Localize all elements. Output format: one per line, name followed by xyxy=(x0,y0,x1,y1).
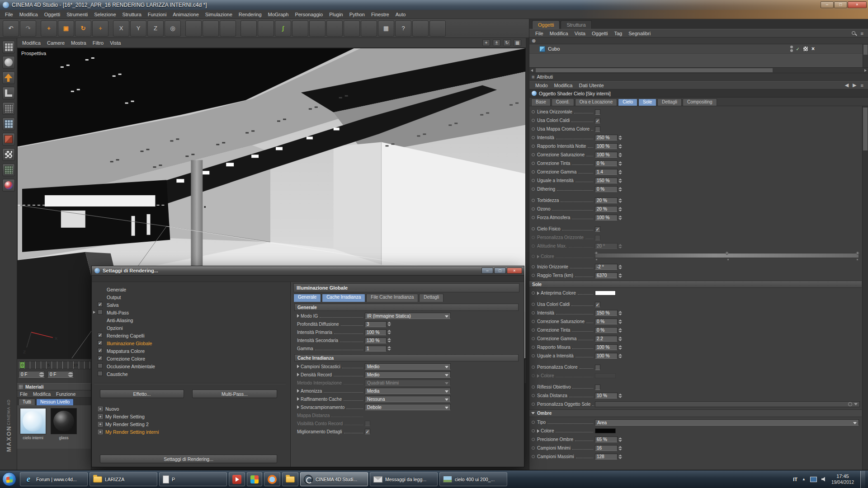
objects-menu-item[interactable]: Modifica xyxy=(547,31,571,36)
settings-tree-item[interactable]: Salva xyxy=(92,301,290,309)
settings-tree-item[interactable]: Rendering Capelli xyxy=(92,332,290,339)
animation-dot[interactable] xyxy=(532,346,535,349)
animation-dot[interactable] xyxy=(532,199,535,202)
add-cube-button[interactable] xyxy=(241,20,257,37)
property-spinner[interactable]: 150 % xyxy=(595,178,622,183)
menu-item[interactable]: Auto xyxy=(392,12,409,17)
property-dropdown[interactable]: IR (Immagine Statica) xyxy=(365,313,451,319)
render-preset-item[interactable]: Nuovo xyxy=(94,405,286,413)
attributes-scrollbar[interactable] xyxy=(862,106,868,470)
render-settings-button[interactable] xyxy=(203,20,219,37)
scroll-thumb[interactable] xyxy=(863,45,868,55)
menu-item[interactable]: Modifica xyxy=(16,12,41,17)
property-spinner[interactable]: 3 xyxy=(365,321,391,327)
expander-icon[interactable] xyxy=(297,397,299,401)
materials-layer-tab[interactable]: Nessun Livello xyxy=(36,399,74,405)
taskbar-item-messages[interactable]: Messaggi da legg... xyxy=(370,472,438,486)
property-checkbox[interactable] xyxy=(595,235,600,240)
expander-icon[interactable] xyxy=(297,389,299,393)
property-spinner[interactable]: 1.4 xyxy=(595,169,622,175)
coordinate-system-button[interactable]: ◎ xyxy=(165,20,181,37)
menu-item[interactable]: Oggetti xyxy=(41,12,63,17)
materials-menu-item[interactable]: Funzione xyxy=(53,391,78,397)
property-spinner[interactable]: 20 % xyxy=(595,206,622,212)
show-desktop-button[interactable] xyxy=(860,471,865,488)
expander-icon[interactable] xyxy=(537,291,539,295)
animation-dot[interactable] xyxy=(532,320,535,323)
render-visibility-dot[interactable] xyxy=(790,49,793,52)
property-checkbox[interactable] xyxy=(365,421,370,426)
property-spinner[interactable]: 100 % xyxy=(595,215,622,221)
attribute-tab[interactable]: Ora e Locazione xyxy=(575,99,617,106)
move-tool-button[interactable]: + xyxy=(41,20,57,37)
rotate-tool-button[interactable]: ↻ xyxy=(75,20,91,37)
texture-mode-icon[interactable] xyxy=(2,148,15,161)
animation-dot[interactable] xyxy=(532,162,535,165)
zoom-view-icon[interactable]: ± xyxy=(493,39,500,46)
property-spinner[interactable]: 20 ° xyxy=(595,243,622,249)
viewport-menu-item[interactable]: Filtro xyxy=(90,40,107,46)
property-spinner[interactable]: 100 % xyxy=(595,152,622,158)
animation-dot[interactable] xyxy=(532,145,535,148)
property-checkbox[interactable] xyxy=(595,109,600,115)
animation-dot[interactable] xyxy=(532,303,535,306)
display-tray-icon[interactable] xyxy=(810,477,817,482)
taskbar-item-cielo-image[interactable]: cielo 400 ui 200_... xyxy=(439,472,507,486)
light-menu-button[interactable] xyxy=(361,20,377,37)
settings-tree-item[interactable]: Generale xyxy=(92,286,290,293)
menu-item[interactable]: Animazione xyxy=(170,12,202,17)
character-menu-button[interactable] xyxy=(429,20,446,37)
uv-mode-icon[interactable] xyxy=(2,164,15,176)
viewport-menu-item[interactable]: Mostra xyxy=(68,40,90,46)
forward-icon[interactable]: ▶ xyxy=(853,82,856,88)
spinner-arrows[interactable] xyxy=(387,322,391,326)
measure-icon[interactable] xyxy=(2,87,15,99)
spinner-arrows[interactable] xyxy=(618,136,622,140)
panel-menu-icon[interactable]: ≡ xyxy=(861,83,863,88)
spinner-arrows[interactable] xyxy=(618,394,622,398)
xpresso-button[interactable]: ▦ xyxy=(378,20,394,37)
polygons-mode-icon[interactable] xyxy=(2,133,15,145)
language-indicator[interactable]: IT xyxy=(793,477,797,482)
menu-item[interactable]: Finestre xyxy=(368,12,392,17)
frame-spinner-arrows[interactable] xyxy=(39,372,44,377)
objects-menu-item[interactable]: Tag xyxy=(611,31,625,36)
spinner-arrows[interactable] xyxy=(618,216,622,220)
enable-checkbox[interactable] xyxy=(98,371,103,376)
animation-dot[interactable] xyxy=(532,385,535,389)
property-spinner[interactable]: 0 % xyxy=(595,160,622,166)
workplane-icon[interactable] xyxy=(2,41,15,53)
close-button[interactable]: × xyxy=(848,1,867,8)
menu-item[interactable]: Simulazione xyxy=(202,12,236,17)
object-name[interactable]: Cubo xyxy=(548,46,560,52)
attributes-menu-item[interactable]: Dati Utente xyxy=(576,83,607,88)
dialog-title-bar[interactable]: Settaggi di Rendering... – □ × xyxy=(92,266,524,276)
property-spinner[interactable]: 130 % xyxy=(365,338,391,343)
compositing-tag-icon[interactable] xyxy=(811,46,815,52)
expander-icon[interactable] xyxy=(297,373,299,376)
menu-item[interactable]: Struttura xyxy=(119,12,145,17)
render-preset-item[interactable]: My Render Setting interni xyxy=(94,428,286,436)
viewport-menu-item[interactable]: Vista xyxy=(107,40,124,46)
enable-checkbox[interactable] xyxy=(98,348,103,353)
scroll-right-arrow[interactable] xyxy=(864,69,867,72)
settings-tree-item[interactable]: Output xyxy=(92,293,290,301)
dialog-close-button[interactable]: × xyxy=(507,267,522,274)
enable-check-icon[interactable] xyxy=(796,47,800,52)
animation-dot[interactable] xyxy=(532,455,535,458)
object-axis-icon[interactable] xyxy=(2,71,15,84)
property-spinner[interactable]: 100 % xyxy=(595,344,622,350)
property-spinner[interactable]: 100 % xyxy=(595,353,622,359)
animation-dot[interactable] xyxy=(532,328,535,332)
taskbar-item-media-player[interactable] xyxy=(229,472,245,486)
scroll-thumb[interactable] xyxy=(536,68,773,72)
property-spinner[interactable]: 6370 xyxy=(595,272,622,278)
taskbar-item-larizza[interactable]: LARIZZA xyxy=(90,472,157,486)
settings-tree-item[interactable]: Mappatura Colore xyxy=(92,347,290,355)
toggle-view-icon[interactable]: ▦ xyxy=(514,39,521,46)
dock-tab[interactable]: Oggetti xyxy=(532,20,560,29)
taskbar-item-explorer[interactable] xyxy=(282,472,298,486)
property-spinner[interactable]: 128 xyxy=(595,454,622,460)
property-spinner[interactable]: 250 % xyxy=(595,135,622,141)
property-spinner[interactable]: 0 % xyxy=(595,319,622,324)
